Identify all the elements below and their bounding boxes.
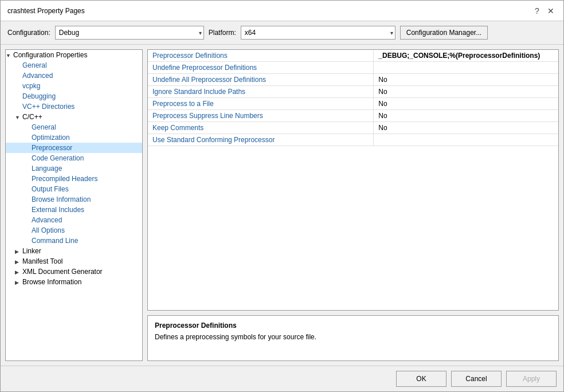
tree-item-label: Advanced <box>22 72 53 80</box>
help-button[interactable]: ? <box>531 5 543 17</box>
prop-name: Use Standard Conforming Preprocessor <box>148 134 374 146</box>
tree-item-label: vcpkg <box>22 82 40 90</box>
tree-item-vcpkg[interactable]: vcpkg <box>6 81 142 91</box>
button-bar: OK Cancel Apply <box>1 366 563 391</box>
tree-item-label: Configuration Properties <box>13 51 87 59</box>
platform-select[interactable]: x64 <box>241 26 395 40</box>
prop-name: Ignore Standard Include Paths <box>148 86 374 98</box>
apply-button[interactable]: Apply <box>506 371 557 387</box>
tree-item-label: Output Files <box>32 185 69 193</box>
table-row[interactable]: Undefine All Preprocessor DefinitionsNo <box>148 74 558 86</box>
prop-value <box>374 62 558 74</box>
ok-button[interactable]: OK <box>396 371 446 387</box>
dialog: crashtest Property Pages ? ✕ Configurati… <box>0 0 564 392</box>
properties-grid: Preprocessor Definitions_DEBUG;_CONSOLE;… <box>147 49 559 311</box>
tree-expand-icon: ▼ <box>15 115 21 120</box>
tree-item-general[interactable]: General <box>6 60 142 70</box>
main-content: ▼Configuration PropertiesGeneralAdvanced… <box>1 45 563 366</box>
tree-item-label: Preprocessor <box>32 144 72 152</box>
tree-item-external-includes[interactable]: External Includes <box>6 205 142 215</box>
table-row[interactable]: Preprocessor Definitions_DEBUG;_CONSOLE;… <box>148 50 558 62</box>
tree-item-label: Precompiled Headers <box>32 175 97 183</box>
prop-name: Preprocess Suppress Line Numbers <box>148 110 374 122</box>
cancel-button[interactable]: Cancel <box>451 371 502 387</box>
tree-item-config-props[interactable]: ▼Configuration Properties <box>6 50 142 60</box>
tree-expand-icon: ▶ <box>15 280 21 285</box>
properties-table: Preprocessor Definitions_DEBUG;_CONSOLE;… <box>148 50 558 146</box>
tree-expand-icon: ▶ <box>15 259 21 265</box>
tree-item-label: Manifest Tool <box>22 257 62 265</box>
prop-name: Keep Comments <box>148 122 374 134</box>
prop-value: No <box>374 74 558 86</box>
tree-item-label: C/C++ <box>22 113 42 121</box>
tree-item-label: Code Generation <box>32 154 84 162</box>
description-title: Preprocessor Definitions <box>155 322 551 330</box>
tree-item-command-line[interactable]: Command Line <box>6 236 142 246</box>
prop-value: _DEBUG;_CONSOLE;%(PreprocessorDefinition… <box>374 50 558 62</box>
prop-name: Preprocess to a File <box>148 98 374 110</box>
prop-value: No <box>374 86 558 98</box>
tree-item-label: Advanced <box>32 216 62 224</box>
table-row[interactable]: Undefine Preprocessor Definitions <box>148 62 558 74</box>
prop-name: Preprocessor Definitions <box>148 50 374 62</box>
tree-item-language[interactable]: Language <box>6 163 142 174</box>
right-panel: Preprocessor Definitions_DEBUG;_CONSOLE;… <box>147 49 559 361</box>
tree-item-label: VC++ Directories <box>22 103 75 111</box>
config-select[interactable]: Debug <box>55 26 204 40</box>
description-text: Defines a preprocessing symbols for your… <box>155 333 551 341</box>
table-row[interactable]: Preprocess to a FileNo <box>148 98 558 110</box>
tree-item-optimization[interactable]: Optimization <box>6 132 142 143</box>
dialog-title: crashtest Property Pages <box>7 7 85 15</box>
tree-panel: ▼Configuration PropertiesGeneralAdvanced… <box>5 49 143 361</box>
tree-item-manifest-tool[interactable]: ▶Manifest Tool <box>6 256 142 266</box>
tree-item-cpp-advanced[interactable]: Advanced <box>6 215 142 225</box>
tree-item-label: Browse Information <box>22 278 81 286</box>
prop-name: Undefine Preprocessor Definitions <box>148 62 374 74</box>
tree-item-label: Optimization <box>32 134 70 142</box>
tree-item-label: General <box>22 61 47 69</box>
tree-item-label: XML Document Generator <box>22 268 103 276</box>
tree-item-label: Linker <box>22 247 41 255</box>
config-select-wrapper: Debug <box>55 26 204 40</box>
prop-value: No <box>374 110 558 122</box>
tree-item-advanced[interactable]: Advanced <box>6 70 142 81</box>
tree-item-label: Command Line <box>32 237 78 245</box>
platform-select-wrapper: x64 <box>241 26 395 40</box>
title-bar: crashtest Property Pages ? ✕ <box>1 1 563 21</box>
tree-item-label: All Options <box>32 226 65 234</box>
tree-item-code-gen[interactable]: Code Generation <box>6 153 142 163</box>
platform-label: Platform: <box>209 29 236 37</box>
table-row[interactable]: Use Standard Conforming Preprocessor <box>148 134 558 146</box>
tree-item-all-options[interactable]: All Options <box>6 225 142 236</box>
tree-item-browse-info[interactable]: Browse Information <box>6 194 142 205</box>
prop-name: Undefine All Preprocessor Definitions <box>148 74 374 86</box>
tree-item-label: Debugging <box>22 92 56 100</box>
close-button[interactable]: ✕ <box>545 5 557 17</box>
tree-item-vc-dirs[interactable]: VC++ Directories <box>6 101 142 112</box>
title-bar-controls: ? ✕ <box>531 5 557 17</box>
tree-item-cpp-general[interactable]: General <box>6 122 142 132</box>
tree-expand-icon: ▶ <box>15 249 21 254</box>
tree-item-browse-information[interactable]: ▶Browse Information <box>6 277 142 287</box>
tree-item-label: General <box>32 123 56 131</box>
prop-value: No <box>374 98 558 110</box>
prop-value: No <box>374 122 558 134</box>
tree-item-xml-doc[interactable]: ▶XML Document Generator <box>6 266 142 277</box>
tree-expand-icon: ▶ <box>15 269 21 275</box>
config-label: Configuration: <box>7 29 50 37</box>
table-row[interactable]: Keep CommentsNo <box>148 122 558 134</box>
tree-item-debugging[interactable]: Debugging <box>6 91 142 101</box>
tree-item-label: Language <box>32 164 62 173</box>
tree-item-cpp[interactable]: ▼C/C++ <box>6 112 142 122</box>
table-row[interactable]: Ignore Standard Include PathsNo <box>148 86 558 98</box>
prop-value <box>374 134 558 146</box>
tree-item-precompiled[interactable]: Precompiled Headers <box>6 174 142 184</box>
tree-item-output-files[interactable]: Output Files <box>6 184 142 194</box>
toolbar: Configuration: Debug Platform: x64 Confi… <box>1 21 563 45</box>
tree-item-preprocessor[interactable]: Preprocessor <box>6 143 142 153</box>
config-manager-button[interactable]: Configuration Manager... <box>400 26 488 40</box>
tree-item-label: External Includes <box>32 206 84 214</box>
tree-item-linker[interactable]: ▶Linker <box>6 246 142 256</box>
tree-expand-icon: ▼ <box>6 53 11 58</box>
table-row[interactable]: Preprocess Suppress Line NumbersNo <box>148 110 558 122</box>
